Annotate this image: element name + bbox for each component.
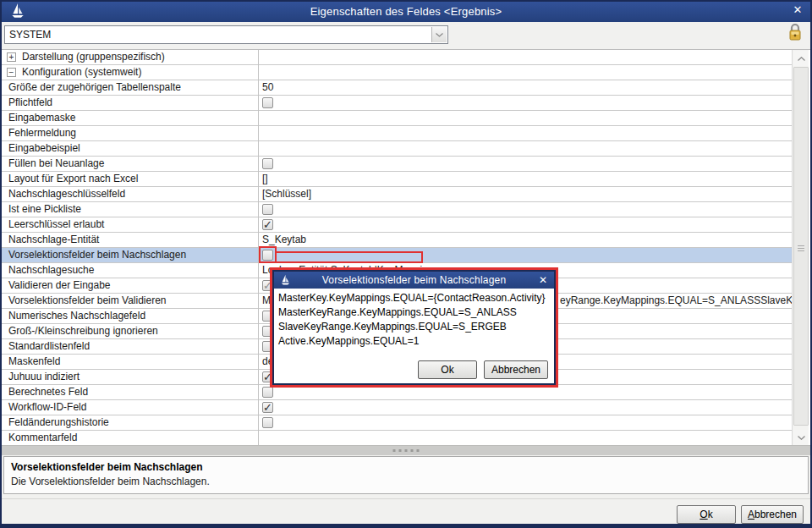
properties-dialog: Eigenschaften des Feldes <Ergebnis> ✕ SY… [0, 0, 812, 528]
mapping-line: MasterKeyRange.KeyMappings.EQUAL=S_ANLAS… [274, 305, 554, 320]
property-label: Ist eine Pickliste [8, 202, 81, 217]
property-label: Füllen bei Neuanlage [8, 157, 104, 171]
property-checkbox[interactable] [262, 250, 273, 261]
property-row[interactable]: Ist eine Pickliste [2, 202, 792, 217]
property-label: Feldänderungshistorie [8, 415, 109, 430]
property-label: Nachschlagesuche [8, 263, 94, 278]
scroll-up-icon[interactable] [793, 51, 809, 66]
field-group-combobox[interactable]: SYSTEM [4, 25, 448, 44]
property-checkbox[interactable]: ✓ [262, 219, 273, 230]
checkmark-icon: ✓ [263, 217, 272, 232]
property-row[interactable]: Nachschlage-EntitätS_Keytab [2, 233, 792, 248]
column-separator [258, 50, 259, 445]
close-icon[interactable]: ✕ [536, 272, 550, 286]
property-label: Maskenfeld [8, 355, 60, 369]
mapping-lines: MasterKey.KeyMappings.EQUAL={ContactReas… [274, 289, 554, 349]
title-bar: Eigenschaften des Feldes <Ergebnis> ✕ [0, 0, 812, 22]
property-row[interactable]: Eingabebeispiel [2, 141, 792, 157]
description-panel: Vorselektionsfelder beim Nachschlagen Di… [3, 456, 809, 494]
property-label: Größe der zugehörigen Tabellenspalte [8, 80, 181, 95]
property-row[interactable]: Leerschlüssel erlaubt✓ [2, 217, 792, 233]
splitter-grip-icon [393, 449, 420, 452]
property-row[interactable]: Layout für Export nach Excel[] [2, 172, 792, 187]
combobox-value: SYSTEM [9, 29, 51, 41]
property-label: Darstellung (gruppenspezifisch) [22, 50, 165, 64]
property-label: Validieren der Eingabe [8, 278, 111, 293]
scroll-down-icon[interactable] [793, 430, 809, 445]
property-label: Layout für Export nach Excel [8, 172, 138, 186]
property-value-continued: eyRange.KeyMappings.EQUAL=S_ANLASSSlaveK… [560, 294, 807, 308]
property-row[interactable]: Nachschlageschlüsselfeld[Schlüssel] [2, 187, 792, 202]
property-label: Kommentarfeld [8, 431, 77, 445]
property-row[interactable]: Füllen bei Neuanlage [2, 157, 792, 172]
property-label: Eingabemaske [8, 111, 75, 125]
property-label: Leerschlüssel erlaubt [8, 217, 104, 232]
popup-title: Vorselektionsfelder beim Nachschlagen [274, 274, 554, 286]
expand-icon[interactable]: + [7, 52, 16, 62]
property-label: Konfiguration (systemweit) [22, 65, 141, 80]
window-title: Eigenschaften des Feldes <Ergebnis> [0, 5, 812, 18]
category-row[interactable]: +Darstellung (gruppenspezifisch) [2, 50, 792, 65]
property-label: Fehlermeldung [8, 126, 76, 140]
mapping-line: Active.KeyMappings.EQUAL=1 [274, 334, 554, 349]
cancel-button[interactable]: Abbrechen [741, 505, 804, 524]
popup-body: MasterKey.KeyMappings.EQUAL={ContactReas… [274, 289, 554, 383]
property-label: Workflow-ID-Feld [8, 400, 86, 415]
property-value: [Schlüssel] [262, 187, 311, 201]
mapping-line: SlaveKeyRange.KeyMappings.EQUAL=S_ERGEB [274, 320, 554, 334]
property-checkbox[interactable] [262, 97, 273, 108]
popup-window: Vorselektionsfelder beim Nachschlagen ✕ … [272, 270, 556, 385]
property-value: S_Keytab [262, 233, 306, 247]
property-label: Nachschlageschlüsselfeld [8, 187, 125, 201]
property-row[interactable]: Feldänderungshistorie [2, 415, 792, 431]
property-checkbox[interactable] [262, 387, 273, 398]
property-label: Pflichtfeld [8, 96, 52, 110]
description-text: Die Vorselektionsfelder beim Nachschlage… [11, 476, 210, 487]
scrollbar-grip [798, 244, 804, 250]
popup-title-bar: Vorselektionsfelder beim Nachschlagen ✕ [274, 272, 554, 289]
property-checkbox[interactable] [262, 417, 273, 428]
popup-ok-button[interactable]: Ok [418, 360, 477, 379]
property-label: Vorselektionsfelder beim Validieren [8, 294, 167, 308]
description-title: Vorselektionsfelder beim Nachschlagen [11, 461, 203, 473]
chevron-down-icon[interactable] [431, 27, 447, 42]
popup-cancel-button[interactable]: Abbrechen [484, 360, 548, 379]
property-value: [] [262, 172, 268, 186]
property-label: Standardlistenfeld [8, 339, 90, 354]
collapse-icon[interactable]: − [7, 68, 16, 77]
close-icon[interactable]: ✕ [790, 3, 805, 18]
property-row[interactable]: Eingabemaske [2, 111, 792, 126]
property-row[interactable]: Pflichtfeld [2, 96, 792, 111]
property-checkbox[interactable] [262, 204, 273, 215]
property-row[interactable]: Fehlermeldung [2, 126, 792, 141]
property-row[interactable]: Kommentarfeld [2, 431, 792, 445]
sailboat-icon [10, 3, 25, 19]
sailboat-icon [280, 274, 291, 286]
mapping-line: MasterKey.KeyMappings.EQUAL={ContactReas… [274, 291, 554, 305]
property-label: Berechnetes Feld [8, 385, 88, 399]
property-row[interactable]: Vorselektionsfelder beim Nachschlagen [2, 248, 792, 263]
property-checkbox[interactable]: ✓ [262, 402, 273, 413]
vertical-scrollbar[interactable] [792, 50, 809, 445]
category-row[interactable]: −Konfiguration (systemweit) [2, 65, 792, 80]
property-label: Groß-/Kleinschreibung ignorieren [8, 324, 158, 338]
ok-button[interactable]: Ok [677, 505, 736, 524]
property-label: Nachschlage-Entität [8, 233, 99, 247]
checkmark-icon: ✓ [263, 400, 272, 415]
property-row[interactable]: Workflow-ID-Feld✓ [2, 400, 792, 415]
property-checkbox[interactable] [262, 158, 273, 169]
property-label: Eingabebeispiel [8, 141, 80, 156]
preselection-popup: Vorselektionsfelder beim Nachschlagen ✕ … [270, 267, 558, 388]
property-row[interactable]: Größe der zugehörigen Tabellenspalte50 [2, 80, 792, 96]
lock-icon[interactable] [787, 23, 803, 42]
property-label: Numerisches Nachschlagefeld [8, 309, 145, 323]
footer-bar: Ok Abbrechen [2, 498, 810, 524]
property-label: Juhuuu indiziert [8, 370, 80, 384]
splitter-handle[interactable] [2, 445, 810, 455]
scrollbar-thumb[interactable] [793, 67, 809, 426]
property-label: Vorselektionsfelder beim Nachschlagen [8, 248, 186, 262]
property-value: 50 [262, 80, 273, 95]
